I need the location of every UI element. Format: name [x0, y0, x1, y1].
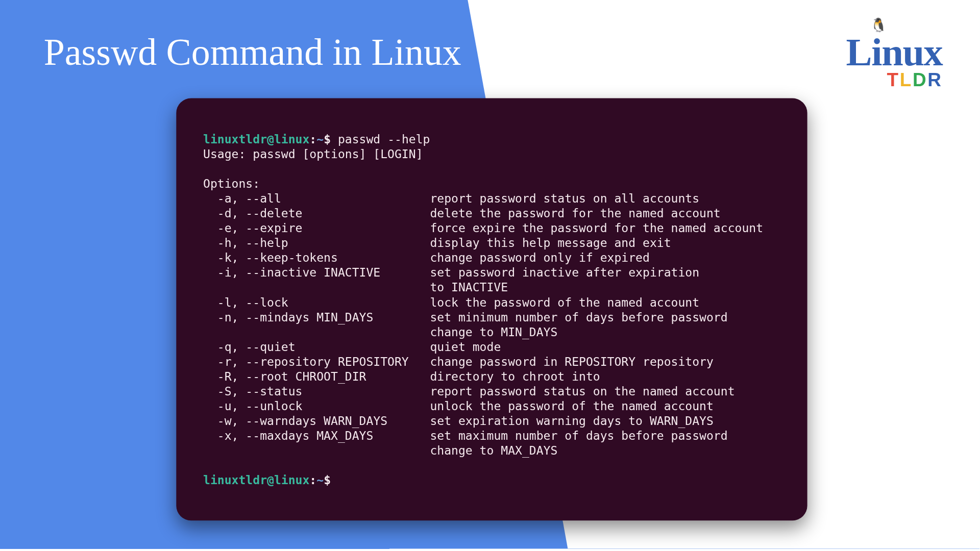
option-flag: -u, --unlock [203, 398, 430, 413]
option-desc: change password in REPOSITORY repository [430, 355, 713, 368]
penguin-icon: 🐧 [870, 19, 887, 32]
option-row: -d, --delete delete the password for the… [203, 206, 780, 221]
terminal-line-command: linuxtldr@linux:~$ passwd --help [203, 132, 780, 146]
option-desc: unlock the password of the named account [430, 399, 713, 413]
option-row: -r, --repository REPOSITORY change passw… [203, 354, 780, 369]
option-row: -k, --keep-tokens change password only i… [203, 251, 780, 265]
option-row: -S, --status report password status on t… [203, 384, 780, 398]
option-flag: -q, --quiet [203, 339, 430, 354]
option-desc: quiet mode [430, 340, 501, 353]
option-desc: force expire the password for the named … [430, 221, 763, 235]
usage-line: Usage: passwd [options] [LOGIN] [203, 146, 780, 161]
option-flag: -x, --maxdays MAX_DAYS [203, 428, 430, 443]
terminal-line-prompt: linuxtldr@linux:~$ [203, 473, 780, 488]
option-row: -q, --quiet quiet mode [203, 339, 780, 354]
option-row: -u, --unlock unlock the password of the … [203, 398, 780, 413]
option-desc-continuation: change to MAX_DAYS [203, 443, 780, 458]
option-desc: set minimum number of days before passwo… [430, 310, 727, 323]
option-desc: set password inactive after expiration [430, 266, 699, 279]
prompt-host: linuxtldr@linux [203, 473, 309, 487]
blank-line [203, 161, 780, 176]
option-flag: -d, --delete [203, 206, 430, 221]
prompt-host: linuxtldr@linux [203, 133, 309, 146]
option-flag: -w, --warndays WARN_DAYS [203, 413, 430, 428]
option-row: -R, --root CHROOT_DIR directory to chroo… [203, 369, 780, 384]
option-row: -i, --inactive INACTIVE set password ina… [203, 265, 780, 280]
option-desc: report password status on all accounts [430, 192, 699, 205]
terminal-window: linuxtldr@linux:~$ passwd --help Usage: … [176, 98, 807, 520]
option-flag: -R, --root CHROOT_DIR [203, 369, 430, 384]
typed-command: passwd --help [338, 133, 430, 146]
option-flag: -e, --expire [203, 221, 430, 236]
option-desc-continuation: change to MIN_DAYS [203, 324, 780, 339]
option-row: -w, --warndays WARN_DAYS set expiration … [203, 413, 780, 428]
option-row: -n, --mindays MIN_DAYS set minimum numbe… [203, 310, 780, 324]
option-row: -x, --maxdays MAX_DAYS set maximum numbe… [203, 428, 780, 443]
option-desc: lock the password of the named account [430, 295, 699, 309]
option-flag: -S, --status [203, 384, 430, 398]
option-row: -l, --lock lock the password of the name… [203, 295, 780, 310]
logo-main-text: 🐧 Linux [846, 34, 943, 71]
blank-line [203, 458, 780, 473]
option-flag: -i, --inactive INACTIVE [203, 265, 430, 280]
option-row: -h, --help display this help message and… [203, 236, 780, 251]
option-flag: -k, --keep-tokens [203, 251, 430, 265]
option-desc: set maximum number of days before passwo… [430, 429, 727, 442]
option-desc: change password only if expired [430, 251, 649, 264]
option-flag: -r, --repository REPOSITORY [203, 354, 430, 369]
option-desc: delete the password for the named accoun… [430, 207, 720, 220]
brand-logo: 🐧 Linux TLDR [846, 34, 943, 91]
option-desc: directory to chroot into [430, 370, 600, 383]
option-row: -a, --all report password status on all … [203, 191, 780, 206]
option-desc: report password status on the named acco… [430, 385, 734, 398]
option-flag: -n, --mindays MIN_DAYS [203, 310, 430, 324]
options-list: -a, --all report password status on all … [203, 191, 780, 458]
option-flag: -l, --lock [203, 295, 430, 310]
option-row: -e, --expire force expire the password f… [203, 221, 780, 236]
option-desc: display this help message and exit [430, 236, 671, 249]
options-header: Options: [203, 177, 780, 191]
option-desc-continuation: to INACTIVE [203, 280, 780, 295]
option-flag: -h, --help [203, 236, 430, 251]
option-desc: set expiration warning days to WARN_DAYS [430, 414, 713, 428]
option-flag: -a, --all [203, 191, 430, 206]
page-title: Passwd Command in Linux [44, 30, 461, 73]
